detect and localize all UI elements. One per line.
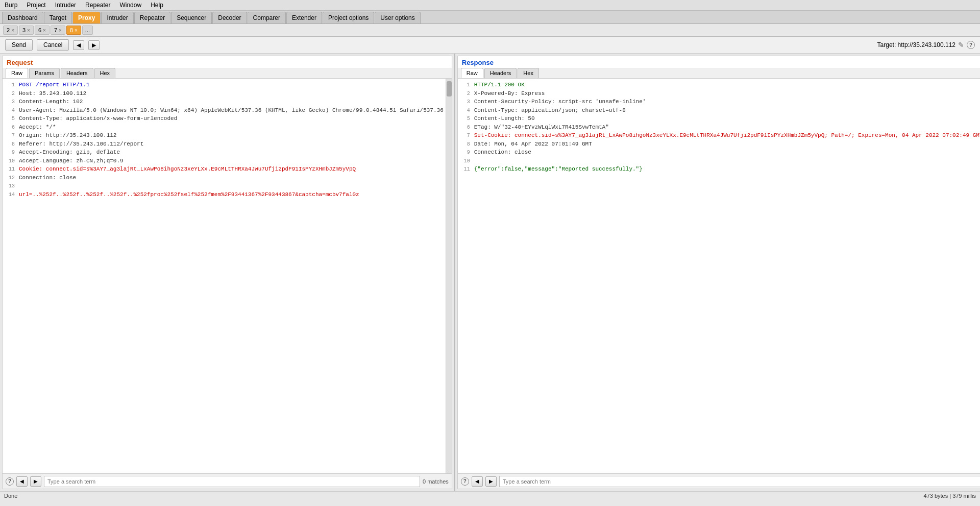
main-wrapper: Request Raw Params Headers Hex 1POST /re… [0,54,980,491]
request-search-help-icon[interactable]: ? [6,477,14,486]
response-search-next-btn[interactable]: ▶ [485,476,497,487]
panes-area: Request Raw Params Headers Hex 1POST /re… [0,54,980,491]
status-bar: Done 473 bytes | 379 millis [0,491,980,500]
close-tab-7-icon[interactable]: × [59,28,62,33]
edit-target-icon[interactable]: ✎ [958,41,964,49]
response-code-area: 1HTTP/1.1 200 OK2X-Powered-By: Express3C… [458,79,980,473]
target-label: Target: http://35.243.100.112 [877,41,955,49]
request-tab-raw[interactable]: Raw [6,68,28,78]
tab-project-options[interactable]: Project options [323,12,374,23]
request-tab-hex[interactable]: Hex [94,68,116,78]
request-scrollbar-thumb [447,81,452,97]
tab-decoder[interactable]: Decoder [212,12,247,23]
help-icon[interactable]: ? [967,41,975,49]
response-search-prev-btn[interactable]: ◀ [472,476,483,487]
tab-bar: Dashboard Target Proxy Intruder Repeater… [0,11,980,24]
status-right: 473 bytes | 379 millis [923,493,976,499]
response-code[interactable]: 1HTTP/1.1 200 OK2X-Powered-By: Express3C… [458,79,980,473]
menu-burp[interactable]: Burp [3,1,19,9]
response-tabs: Raw Headers Hex [458,68,980,79]
tab-target[interactable]: Target [44,12,72,23]
tab-proxy[interactable]: Proxy [72,12,101,23]
tab-sequencer[interactable]: Sequencer [171,12,212,23]
panes-row: Request Raw Params Headers Hex 1POST /re… [0,54,980,491]
close-tab-8-icon[interactable]: × [75,28,78,33]
response-search-help-icon[interactable]: ? [461,477,469,486]
num-tab-2[interactable]: 2 × [3,26,18,35]
menu-repeater[interactable]: Repeater [84,1,112,9]
tab-repeater[interactable]: Repeater [134,12,170,23]
request-search-bar: ? ◀ ▶ 0 matches [3,473,452,489]
request-pane: Request Raw Params Headers Hex 1POST /re… [2,56,452,489]
menu-help[interactable]: Help [149,1,165,9]
response-title: Response [458,56,980,68]
request-code[interactable]: 1POST /report HTTP/1.12Host: 35.243.100.… [3,79,446,473]
response-tab-raw[interactable]: Raw [461,68,483,78]
menu-project[interactable]: Project [25,1,47,9]
menu-window[interactable]: Window [118,1,143,9]
response-search-input[interactable] [499,476,980,487]
request-tab-params[interactable]: Params [29,68,60,78]
status-left: Done [4,493,17,499]
request-matches-text: 0 matches [423,478,449,485]
num-tab-bar: 2 × 3 × 6 × 7 × 8 × ... [0,24,980,37]
request-tab-headers[interactable]: Headers [61,68,93,78]
request-title: Request [3,56,452,68]
cancel-button[interactable]: Cancel [37,39,69,51]
more-tabs-button[interactable]: ... [82,26,93,35]
request-search-next-btn[interactable]: ▶ [30,476,41,487]
send-button[interactable]: Send [5,39,33,51]
response-tab-hex[interactable]: Hex [518,68,539,78]
target-info: Target: http://35.243.100.112 ✎ ? [877,41,975,49]
tab-comparer[interactable]: Comparer [248,12,286,23]
prev-button[interactable]: ◀ [73,40,84,50]
num-tab-8[interactable]: 8 × [66,26,81,35]
tab-extender[interactable]: Extender [286,12,322,23]
request-search-input[interactable] [44,476,420,487]
pane-divider[interactable] [454,54,455,491]
num-tab-7[interactable]: 7 × [51,26,65,35]
tab-intruder[interactable]: Intruder [101,12,133,23]
response-search-bar: ? ◀ ▶ 0 matches [458,473,980,489]
response-tab-headers[interactable]: Headers [484,68,517,78]
next-button[interactable]: ▶ [88,40,100,50]
num-tab-3[interactable]: 3 × [19,26,34,35]
tab-dashboard[interactable]: Dashboard [2,12,43,23]
menu-intruder[interactable]: Intruder [54,1,78,9]
num-tab-6[interactable]: 6 × [35,26,50,35]
menu-bar: Burp Project Intruder Repeater Window He… [0,0,980,11]
close-tab-2-icon[interactable]: × [11,28,14,33]
toolbar: Send Cancel ◀ ▶ Target: http://35.243.10… [0,37,980,54]
tab-user-options[interactable]: User options [375,12,420,23]
close-tab-6-icon[interactable]: × [43,28,46,33]
request-tabs: Raw Params Headers Hex [3,68,452,79]
response-pane: Response Raw Headers Hex 1HTTP/1.1 200 O… [457,56,980,489]
close-tab-3-icon[interactable]: × [27,28,30,33]
request-scrollbar[interactable] [446,79,452,473]
request-search-prev-btn[interactable]: ◀ [16,476,28,487]
request-code-area: 1POST /report HTTP/1.12Host: 35.243.100.… [3,79,452,473]
